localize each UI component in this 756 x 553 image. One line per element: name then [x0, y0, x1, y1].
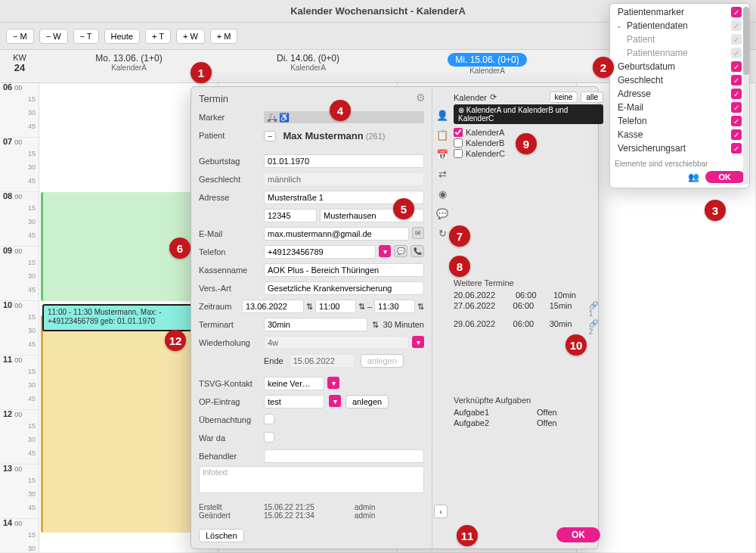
task-row[interactable]: Aufgabe2Offen — [454, 418, 603, 428]
cc-row[interactable]: E-Mail✓ — [613, 101, 746, 114]
email-input[interactable] — [264, 227, 409, 241]
cc-row[interactable]: Adresse✓ — [613, 87, 746, 101]
annotation-badge-4: 4 — [330, 100, 351, 121]
repeat-input[interactable]: 4w — [264, 336, 409, 350]
cc-row[interactable]: Geburtsdatum✓ — [613, 60, 746, 73]
gear-icon[interactable]: ⚙ — [416, 92, 426, 104]
refresh-icon[interactable]: ⟳ — [490, 92, 497, 102]
cc-row[interactable]: Geschlecht✓ — [613, 73, 746, 87]
chat-icon[interactable]: 💬 — [435, 207, 449, 220]
nav-plus-day[interactable]: + T — [145, 29, 171, 44]
cc-row[interactable]: Patient✓ — [613, 33, 746, 46]
clipboard-icon[interactable]: 📋 — [435, 128, 449, 141]
history-icon[interactable]: ↻ — [435, 226, 449, 240]
appttype-select[interactable] — [264, 318, 367, 331]
label-period: Zeitraum — [199, 302, 242, 311]
delete-button[interactable]: Löschen — [199, 529, 244, 542]
label-gender: Geschlecht — [199, 175, 264, 184]
label-end: Ende — [264, 356, 284, 365]
dot-icon[interactable]: ◉ — [435, 187, 449, 200]
nav-plus-week[interactable]: + W — [176, 29, 205, 44]
sms-icon[interactable]: 💬 — [394, 245, 407, 257]
person-icon[interactable]: 👤 — [435, 108, 449, 122]
label-attended: War da — [199, 433, 264, 443]
filter-all-button[interactable]: alle — [581, 92, 603, 103]
call-icon[interactable]: 📞 — [411, 245, 424, 257]
repeat-create-button[interactable]: anlegen — [361, 354, 404, 368]
op-create-button[interactable]: anlegen — [345, 395, 389, 409]
cc-row[interactable]: Telefon✓ — [613, 114, 746, 128]
op-dropdown-icon[interactable]: ▾ — [329, 395, 341, 407]
nav-plus-month[interactable]: + M — [210, 29, 238, 44]
mail-icon[interactable]: ✉ — [412, 227, 424, 239]
time-gutter: 06 00153045 07 00153045 08 00153045 09 0… — [0, 83, 39, 552]
column-chooser-popup: Patientenmarker✓ ⌄Patientendaten✓ Patien… — [609, 3, 750, 188]
annotation-badge-3: 3 — [705, 200, 726, 221]
filter-none-button[interactable]: keine — [550, 92, 578, 103]
settings-icon[interactable]: ⇄ — [435, 167, 449, 181]
nav-today[interactable]: Heute — [104, 29, 140, 44]
op-select[interactable] — [264, 395, 324, 409]
overnight-checkbox[interactable] — [264, 414, 274, 424]
tsvg-dropdown-icon[interactable]: ▾ — [327, 377, 339, 389]
dialog-title: Termin — [199, 92, 424, 109]
more-appts-header: Weitere Termine — [454, 278, 603, 287]
collapse-panel-button[interactable]: ‹ — [434, 505, 448, 518]
nav-minus-week[interactable]: − W — [39, 29, 68, 44]
day-header-tue[interactable]: Di. 14.06. (0+0)KalenderA — [218, 50, 398, 82]
chevron-down-icon[interactable]: ⌄ — [616, 22, 622, 30]
appt-row[interactable]: 20.06.202206:0010min — [454, 290, 603, 300]
scrollbar[interactable] — [743, 7, 749, 185]
time-from-input[interactable] — [315, 300, 356, 313]
linked-tasks-header: Verknüpfte Aufgaben — [454, 396, 603, 405]
annotation-badge-6: 6 — [169, 238, 191, 259]
appt-row[interactable]: 29.06.202206:0030min🔗 2 — [454, 318, 603, 337]
insurance-input[interactable] — [264, 263, 424, 277]
insurancetype-input[interactable] — [264, 281, 424, 295]
label-op: OP-Eintrag — [199, 397, 264, 406]
day-header-wed[interactable]: Mi. 15.06. (0+0)KalenderA — [398, 50, 577, 82]
contact-card-icon[interactable]: 👥 — [688, 172, 699, 182]
calendar-filter-header: Kalender ⟳ keine alle — [454, 92, 603, 103]
gender-select[interactable]: männlich — [264, 172, 424, 186]
infotext-textarea[interactable]: Infotext — [199, 466, 424, 493]
nav-minus-day[interactable]: − T — [73, 29, 99, 44]
label-address: Adresse — [199, 193, 264, 202]
date-input[interactable] — [242, 300, 304, 313]
cc-row[interactable]: ⌄Patientendaten✓ — [613, 19, 746, 33]
repeat-end-input[interactable]: 15.06.2022 — [290, 354, 355, 368]
zip-input[interactable] — [264, 209, 317, 222]
appt-row[interactable]: 27.06.202206:0015min🔗 1 — [454, 300, 603, 318]
cc-row[interactable]: Versicherungsart✓ — [613, 141, 746, 155]
tsvg-select[interactable] — [264, 377, 324, 390]
cc-row[interactable]: Patientenmarker✓ — [613, 5, 746, 19]
ok-button[interactable]: OK — [556, 527, 600, 542]
label-repeat: Wiederholung — [199, 338, 264, 347]
calendar-tooltip: ⊗ KalenderA und KalenderB und KalenderC — [454, 104, 603, 124]
ambulance-icon: 🚑 — [267, 113, 277, 123]
phone-input[interactable] — [264, 245, 376, 259]
practitioner-input[interactable] — [264, 449, 424, 463]
time-to-input[interactable] — [374, 300, 415, 313]
wheelchair-icon: ♿ — [279, 113, 290, 123]
label-tsvg: TSVG-Kontakt — [199, 379, 264, 388]
cc-row[interactable]: Kasse✓ — [613, 128, 746, 141]
task-row[interactable]: Aufgabe1Offen — [454, 407, 603, 418]
cc-row[interactable]: Patientenname✓ — [613, 46, 746, 60]
dob-input[interactable] — [264, 154, 424, 168]
nav-minus-month[interactable]: − M — [6, 29, 34, 44]
cc-ok-button[interactable]: OK — [705, 171, 745, 183]
patient-name[interactable]: Max Mustermann — [284, 130, 364, 141]
duration-label: 30 Minuten — [383, 320, 424, 329]
calendar-icon[interactable]: 📅 — [435, 148, 449, 161]
attended-checkbox[interactable] — [264, 432, 274, 443]
event-selected[interactable]: 11:00 - 11:30 Mustermann, Max: - +491234… — [42, 304, 215, 331]
label-phone: Telefon — [199, 247, 264, 256]
label-overnight: Übernachtung — [199, 415, 264, 424]
patient-remove-button[interactable]: − — [264, 131, 276, 141]
week-number: KW 24 — [0, 50, 39, 82]
repeat-select-icon[interactable]: ▾ — [412, 336, 424, 348]
annotation-badge-10: 10 — [565, 334, 587, 356]
phone-type-select[interactable]: ▾ — [379, 245, 391, 257]
more-appts-table: 20.06.202206:0010min 27.06.202206:0015mi… — [454, 290, 603, 337]
